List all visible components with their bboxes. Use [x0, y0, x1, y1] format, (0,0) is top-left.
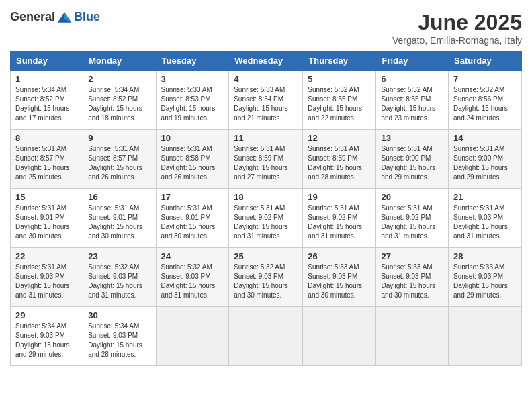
calendar-cell: 11Sunrise: 5:31 AM Sunset: 8:59 PM Dayli…: [229, 130, 303, 189]
calendar-cell: 24Sunrise: 5:32 AM Sunset: 9:03 PM Dayli…: [156, 248, 229, 307]
day-number: 18: [234, 192, 298, 202]
day-info: Sunrise: 5:32 AM Sunset: 9:03 PM Dayligh…: [88, 263, 150, 300]
week-row-3: 15Sunrise: 5:31 AM Sunset: 9:01 PM Dayli…: [11, 189, 522, 248]
day-number: 30: [88, 310, 150, 320]
day-number: 6: [381, 74, 443, 84]
calendar-cell: 23Sunrise: 5:32 AM Sunset: 9:03 PM Dayli…: [83, 248, 156, 307]
day-info: Sunrise: 5:31 AM Sunset: 9:00 PM Dayligh…: [453, 144, 517, 182]
day-info: Sunrise: 5:31 AM Sunset: 9:01 PM Dayligh…: [161, 203, 224, 241]
weekday-header-tuesday: Tuesday: [156, 52, 229, 71]
day-number: 21: [453, 192, 517, 202]
day-number: 2: [88, 74, 150, 84]
weekday-header-monday: Monday: [83, 52, 156, 71]
calendar-cell: 5Sunrise: 5:32 AM Sunset: 8:55 PM Daylig…: [303, 71, 376, 130]
day-number: 13: [381, 133, 443, 143]
week-row-4: 22Sunrise: 5:31 AM Sunset: 9:03 PM Dayli…: [11, 248, 522, 307]
day-info: Sunrise: 5:32 AM Sunset: 9:03 PM Dayligh…: [234, 263, 298, 300]
calendar-cell: 12Sunrise: 5:31 AM Sunset: 8:59 PM Dayli…: [303, 130, 376, 189]
day-info: Sunrise: 5:31 AM Sunset: 9:03 PM Dayligh…: [15, 263, 78, 300]
month-title: June 2025: [392, 10, 522, 35]
day-number: 10: [161, 133, 224, 143]
day-info: Sunrise: 5:33 AM Sunset: 8:54 PM Dayligh…: [234, 85, 298, 123]
calendar-cell: 9Sunrise: 5:31 AM Sunset: 8:57 PM Daylig…: [83, 130, 156, 189]
day-number: 26: [308, 251, 371, 261]
day-info: Sunrise: 5:31 AM Sunset: 9:02 PM Dayligh…: [234, 203, 298, 241]
calendar-cell: 6Sunrise: 5:32 AM Sunset: 8:55 PM Daylig…: [376, 71, 449, 130]
day-number: 4: [234, 74, 298, 84]
weekday-header-saturday: Saturday: [449, 52, 522, 71]
day-info: Sunrise: 5:33 AM Sunset: 9:03 PM Dayligh…: [381, 263, 443, 300]
calendar-cell: [229, 307, 303, 366]
weekday-header-sunday: Sunday: [11, 52, 83, 71]
calendar-cell: [449, 307, 522, 366]
weekday-header-thursday: Thursday: [303, 52, 376, 71]
logo: General Blue: [10, 10, 100, 24]
calendar-cell: 20Sunrise: 5:31 AM Sunset: 9:02 PM Dayli…: [376, 189, 449, 248]
day-number: 20: [381, 192, 443, 202]
day-number: 7: [453, 74, 517, 84]
calendar-cell: 2Sunrise: 5:34 AM Sunset: 8:52 PM Daylig…: [83, 71, 156, 130]
day-number: 14: [453, 133, 517, 143]
weekday-header-row: SundayMondayTuesdayWednesdayThursdayFrid…: [11, 52, 522, 71]
day-info: Sunrise: 5:31 AM Sunset: 8:57 PM Dayligh…: [88, 144, 150, 182]
day-number: 22: [15, 251, 78, 261]
calendar-cell: 26Sunrise: 5:33 AM Sunset: 9:03 PM Dayli…: [303, 248, 376, 307]
day-number: 12: [308, 133, 371, 143]
day-number: 27: [381, 251, 443, 261]
day-info: Sunrise: 5:31 AM Sunset: 8:59 PM Dayligh…: [308, 144, 371, 182]
location-title: Vergato, Emilia-Romagna, Italy: [392, 35, 522, 46]
calendar-cell: 27Sunrise: 5:33 AM Sunset: 9:03 PM Dayli…: [376, 248, 449, 307]
calendar-cell: [376, 307, 449, 366]
calendar-cell: 7Sunrise: 5:32 AM Sunset: 8:56 PM Daylig…: [449, 71, 522, 130]
day-info: Sunrise: 5:31 AM Sunset: 8:57 PM Dayligh…: [15, 144, 78, 182]
day-number: 15: [15, 192, 78, 202]
day-info: Sunrise: 5:33 AM Sunset: 8:53 PM Dayligh…: [161, 85, 224, 123]
logo-text-blue: Blue: [74, 10, 100, 24]
calendar-cell: 3Sunrise: 5:33 AM Sunset: 8:53 PM Daylig…: [156, 71, 229, 130]
calendar-cell: 29Sunrise: 5:34 AM Sunset: 9:03 PM Dayli…: [11, 307, 83, 366]
calendar-cell: 17Sunrise: 5:31 AM Sunset: 9:01 PM Dayli…: [156, 189, 229, 248]
day-info: Sunrise: 5:31 AM Sunset: 8:59 PM Dayligh…: [234, 144, 298, 182]
day-number: 25: [234, 251, 298, 261]
day-number: 1: [15, 74, 78, 84]
header: General Blue June 2025 Vergato, Emilia-R…: [10, 10, 522, 46]
calendar-cell: 4Sunrise: 5:33 AM Sunset: 8:54 PM Daylig…: [229, 71, 303, 130]
day-info: Sunrise: 5:34 AM Sunset: 8:52 PM Dayligh…: [88, 85, 150, 123]
calendar-cell: 16Sunrise: 5:31 AM Sunset: 9:01 PM Dayli…: [83, 189, 156, 248]
day-number: 29: [15, 310, 78, 320]
day-number: 3: [161, 74, 224, 84]
day-info: Sunrise: 5:34 AM Sunset: 9:03 PM Dayligh…: [88, 322, 150, 359]
calendar: SundayMondayTuesdayWednesdayThursdayFrid…: [10, 51, 522, 366]
day-number: 5: [308, 74, 371, 84]
logo-icon: [56, 11, 73, 24]
day-number: 19: [308, 192, 371, 202]
calendar-cell: 28Sunrise: 5:33 AM Sunset: 9:03 PM Dayli…: [449, 248, 522, 307]
calendar-cell: 1Sunrise: 5:34 AM Sunset: 8:52 PM Daylig…: [11, 71, 83, 130]
day-number: 8: [15, 133, 78, 143]
day-info: Sunrise: 5:32 AM Sunset: 8:56 PM Dayligh…: [453, 85, 517, 123]
day-info: Sunrise: 5:31 AM Sunset: 9:03 PM Dayligh…: [453, 203, 517, 241]
day-info: Sunrise: 5:31 AM Sunset: 9:02 PM Dayligh…: [381, 203, 443, 241]
logo-text-general: General: [10, 10, 55, 24]
calendar-cell: 30Sunrise: 5:34 AM Sunset: 9:03 PM Dayli…: [83, 307, 156, 366]
calendar-cell: 18Sunrise: 5:31 AM Sunset: 9:02 PM Dayli…: [229, 189, 303, 248]
calendar-cell: 22Sunrise: 5:31 AM Sunset: 9:03 PM Dayli…: [11, 248, 83, 307]
calendar-cell: 25Sunrise: 5:32 AM Sunset: 9:03 PM Dayli…: [229, 248, 303, 307]
day-info: Sunrise: 5:31 AM Sunset: 9:01 PM Dayligh…: [15, 203, 78, 241]
day-number: 24: [161, 251, 224, 261]
weekday-header-wednesday: Wednesday: [229, 52, 303, 71]
week-row-2: 8Sunrise: 5:31 AM Sunset: 8:57 PM Daylig…: [11, 130, 522, 189]
day-number: 9: [88, 133, 150, 143]
title-area: June 2025 Vergato, Emilia-Romagna, Italy: [392, 10, 522, 46]
day-info: Sunrise: 5:32 AM Sunset: 8:55 PM Dayligh…: [308, 85, 371, 123]
calendar-cell: 13Sunrise: 5:31 AM Sunset: 9:00 PM Dayli…: [376, 130, 449, 189]
week-row-5: 29Sunrise: 5:34 AM Sunset: 9:03 PM Dayli…: [11, 307, 522, 366]
calendar-cell: 10Sunrise: 5:31 AM Sunset: 8:58 PM Dayli…: [156, 130, 229, 189]
day-number: 17: [161, 192, 224, 202]
day-number: 11: [234, 133, 298, 143]
calendar-cell: 8Sunrise: 5:31 AM Sunset: 8:57 PM Daylig…: [11, 130, 83, 189]
calendar-cell: 15Sunrise: 5:31 AM Sunset: 9:01 PM Dayli…: [11, 189, 83, 248]
day-info: Sunrise: 5:31 AM Sunset: 9:02 PM Dayligh…: [308, 203, 371, 241]
calendar-cell: 21Sunrise: 5:31 AM Sunset: 9:03 PM Dayli…: [449, 189, 522, 248]
day-info: Sunrise: 5:32 AM Sunset: 9:03 PM Dayligh…: [161, 263, 224, 300]
